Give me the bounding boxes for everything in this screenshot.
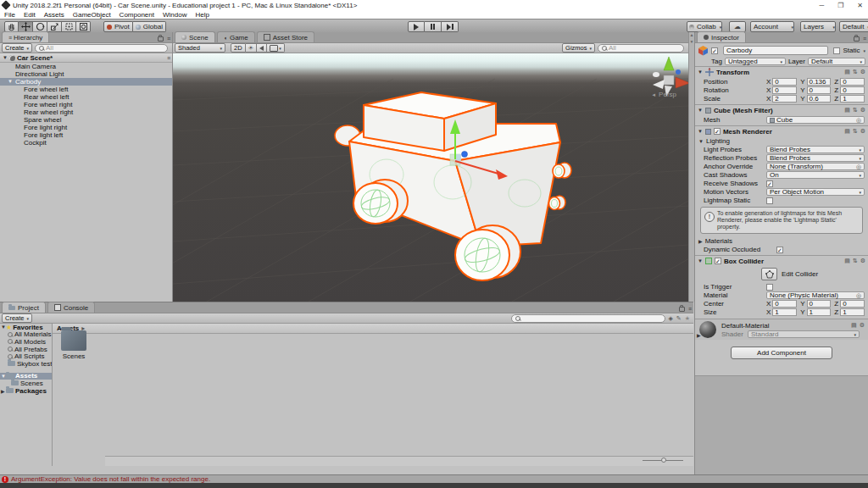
status-bar[interactable]: ! ArgumentException: Value does not fall… [0, 474, 868, 483]
hierarchy-item-fore-wheel-left[interactable]: Fore wheel left [0, 86, 172, 93]
position-z-field[interactable]: 0 [840, 78, 865, 86]
mesh-object-field[interactable]: Cube ◎ [766, 116, 865, 124]
search-by-label-icon[interactable]: ✎ [676, 315, 682, 322]
shading-mode-dropdown[interactable]: Shaded ▾ [175, 43, 225, 53]
add-component-button[interactable]: Add Component [731, 347, 832, 359]
physic-material-object-field[interactable]: None (Physic Material)◎ [766, 291, 865, 299]
menu-edit[interactable]: Edit [19, 11, 40, 19]
cast-shadows-dropdown[interactable]: On▾ [766, 171, 865, 179]
thumbnail-zoom-knob[interactable] [661, 458, 666, 463]
pivot-toggle-button[interactable]: Pivot [103, 21, 133, 32]
scale-y-field[interactable]: 0.6 [807, 95, 832, 103]
tab-inspector[interactable]: Inspector [697, 31, 746, 42]
menu-component[interactable]: Component [115, 11, 159, 19]
scale-tool-button[interactable] [47, 21, 62, 32]
gear-icon[interactable]: ⚙ [860, 322, 865, 329]
is-trigger-checkbox[interactable] [766, 284, 773, 291]
receive-shadows-checkbox[interactable]: ✓ [766, 180, 773, 187]
active-checkbox[interactable]: ✓ [711, 47, 718, 54]
scene-lighting-button[interactable]: ☀ [246, 43, 258, 53]
help-icon[interactable]: ▤ [844, 258, 850, 264]
tag-dropdown[interactable]: Untagged ▾ [725, 58, 786, 65]
hierarchy-item-fore-light-left[interactable]: Fore light left [0, 131, 172, 139]
transform-component-header[interactable]: ▼ Transform ▤ ⇅ ⚙ [695, 66, 868, 77]
scene-viewport[interactable]: ◄ Persp [173, 53, 688, 302]
center-y-field[interactable]: 0 [807, 300, 832, 308]
hierarchy-item-rear-wheel-right[interactable]: Rear wheel right [0, 108, 172, 116]
chevron-down-icon[interactable]: ▾ [863, 48, 865, 53]
hierarchy-item-main-camera[interactable]: Main Camera [0, 63, 172, 70]
tab-asset-store[interactable]: Asset Store [257, 31, 314, 42]
tab-game[interactable]: ◖ Game [217, 31, 255, 42]
size-x-field[interactable]: 1 [772, 308, 797, 316]
scrollbar[interactable]: ▲ ▼ [688, 32, 694, 302]
edit-collider-button[interactable] [761, 268, 777, 280]
play-button[interactable] [408, 21, 425, 32]
rotation-y-field[interactable]: 0 [807, 86, 832, 94]
hierarchy-item-directional-light[interactable]: Directional Light [0, 70, 172, 78]
gear-icon[interactable]: ⚙ [860, 128, 865, 135]
foldout-closed-icon[interactable]: ▶ [698, 238, 703, 244]
center-x-field[interactable]: 0 [772, 300, 797, 308]
presets-icon[interactable]: ⇅ [853, 69, 858, 75]
scene-search-input[interactable]: All [598, 44, 684, 53]
maximize-button[interactable]: ❐ [837, 2, 843, 9]
foldout-closed-icon[interactable]: ▶ [697, 332, 701, 338]
gear-icon[interactable]: ⚙ [860, 258, 865, 264]
hierarchy-item-fore-light-right[interactable]: Fore light right [0, 124, 172, 131]
minimize-button[interactable]: ─ [819, 2, 824, 9]
foldout-open-icon[interactable]: ▼ [698, 139, 704, 144]
size-z-field[interactable]: 1 [840, 308, 865, 316]
pause-button[interactable] [425, 21, 442, 32]
material-preview-header[interactable]: Default-Material ▤ ⚙ ▶ Shader Standard ▾ [695, 319, 868, 340]
presets-icon[interactable]: ⇅ [853, 128, 858, 135]
transform-tool-button[interactable] [76, 21, 91, 32]
menu-file[interactable]: File [0, 11, 19, 19]
hierarchy-item-cockpit[interactable]: Cockpit [0, 139, 172, 147]
lock-icon[interactable] [679, 307, 685, 312]
tree-item-packages[interactable]: ▶ Packages [0, 387, 52, 395]
persp-mode-label[interactable]: ◄ Persp [651, 91, 676, 98]
help-icon[interactable]: ▤ [851, 322, 857, 329]
hierarchy-item-fore-wheel-right[interactable]: Fore wheel right [0, 101, 172, 108]
position-x-field[interactable]: 0 [772, 78, 797, 86]
center-z-field[interactable]: 0 [840, 300, 865, 308]
menu-gameobject[interactable]: GameObject [69, 11, 115, 19]
foldout-open-icon[interactable]: ▼ [3, 55, 8, 60]
hierarchy-scene-row[interactable]: ▼ Car Scene* ≡ [0, 53, 172, 63]
favorite-skybox-test[interactable]: Skybox test [0, 360, 52, 368]
dynamic-occluded-checkbox[interactable]: ✓ [776, 247, 783, 253]
box-collider-component-header[interactable]: ▼ ✓ Box Collider ▤ ⇅ ⚙ [695, 255, 868, 266]
position-y-field[interactable]: 0.136 [807, 78, 832, 86]
saved-search-icon[interactable]: ★ [685, 315, 690, 322]
hierarchy-item-carbody[interactable]: ▼ Carbody [0, 78, 172, 86]
static-checkbox[interactable] [833, 47, 840, 54]
foldout-open-icon[interactable]: ▼ [698, 69, 703, 75]
mesh-renderer-enabled-checkbox[interactable]: ✓ [714, 128, 721, 135]
tab-project[interactable]: Project [2, 302, 46, 313]
rotation-x-field[interactable]: 0 [772, 86, 797, 94]
anchor-override-object-field[interactable]: None (Transform)◎ [766, 163, 865, 170]
layers-dropdown[interactable]: Layers ▾ [800, 21, 836, 32]
shader-dropdown[interactable]: Standard ▾ [748, 330, 860, 338]
global-toggle-button[interactable]: Global [133, 21, 166, 32]
help-icon[interactable]: ▤ [844, 128, 850, 135]
help-icon[interactable]: ▤ [844, 107, 850, 114]
gear-icon[interactable]: ⚙ [860, 107, 865, 114]
lightmap-static-checkbox[interactable] [766, 197, 773, 204]
project-create-button[interactable]: Create ▾ [2, 313, 32, 323]
help-icon[interactable]: ▤ [844, 69, 850, 75]
menu-assets[interactable]: Assets [40, 11, 69, 19]
tree-item-assets[interactable]: ▼ Assets [0, 373, 52, 380]
presets-icon[interactable]: ⇅ [853, 258, 858, 264]
console-error-message[interactable]: ArgumentException: Value does not fall w… [11, 475, 210, 483]
reflection-probes-dropdown[interactable]: Blend Probes▾ [766, 154, 865, 162]
scale-z-field[interactable]: 1 [840, 95, 865, 103]
tab-hierarchy[interactable]: ≡ Hierarchy [2, 31, 49, 42]
object-name-field[interactable]: Carbody [723, 46, 828, 55]
lock-icon[interactable] [158, 36, 164, 42]
object-picker-icon[interactable]: ◎ [856, 292, 861, 299]
scene-audio-button[interactable] [257, 43, 267, 53]
menu-help[interactable]: Help [191, 11, 213, 19]
step-button[interactable] [442, 21, 459, 32]
